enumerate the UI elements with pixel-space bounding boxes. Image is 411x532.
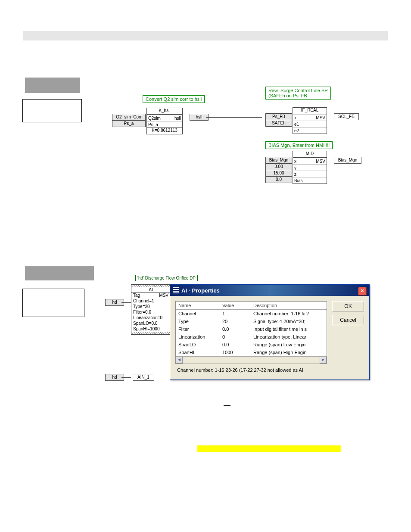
in-15: 15.00	[265, 170, 292, 177]
in-psfb: Ps_FB	[265, 113, 292, 120]
in-biasmgn: Bias_Mgn	[265, 157, 292, 164]
decor-box-2	[22, 289, 84, 317]
in-psa: Ps_a	[112, 120, 146, 127]
block-ai: AI TagMSV Channel=1 Type=20 Filter=0.0 L…	[131, 284, 171, 335]
decor-shadow-2	[25, 266, 94, 280]
k-value: K=0.8612113	[147, 128, 182, 134]
scroll-left-icon[interactable]: ◄	[176, 357, 183, 364]
cancel-button[interactable]: Cancel	[332, 315, 364, 325]
dialog-titlebar[interactable]: AI - Properties ×	[170, 285, 369, 296]
col-name: Name	[176, 302, 220, 310]
page-header-bar	[23, 31, 388, 40]
grid-row[interactable]: Filter0.0Input digital filter time in s	[176, 325, 327, 333]
col-desc: Description	[251, 302, 327, 310]
highlight-bar	[197, 445, 341, 452]
dialog-status: Channel number: 1-16 23-26 (17-22 27-32 …	[175, 364, 364, 374]
label-hd: 'hd' Discharge Flow Orifice DP	[135, 275, 198, 281]
grid-row[interactable]: SpanHI1000Range (span) High Engin	[176, 348, 327, 356]
ok-button[interactable]: OK	[332, 301, 364, 311]
decor-shadow-1	[25, 78, 80, 93]
in-q2sim: Q2_sim_Corr	[112, 114, 146, 121]
close-icon[interactable]: ×	[358, 287, 367, 296]
dialog-icon	[173, 287, 179, 293]
label-raw-surge: Raw Surge Control Line SP (SAFEh on Ps_F…	[265, 87, 331, 100]
wire-hsll	[206, 117, 262, 118]
out-ain1: AIN_1	[133, 374, 154, 381]
wire-hd2	[121, 377, 131, 378]
decor-box-1	[22, 99, 82, 122]
scroll-right-icon[interactable]: ►	[320, 357, 327, 364]
block-title: K_hsll	[147, 108, 182, 115]
in-0: 0.0	[265, 176, 292, 183]
grid-row[interactable]: SpanLO0.0Range (span) Low Engin	[176, 341, 327, 348]
dialog-title-text: AI - Properties	[181, 287, 220, 294]
in-safeh: SAFEh	[265, 120, 292, 127]
in-3: 3.00	[265, 163, 292, 170]
col-value: Value	[220, 302, 251, 310]
label-bias: BIAS Mgn, Enter from HMI !!!	[265, 141, 333, 149]
grid-row[interactable]: Linearization0Linearization type. Linear	[176, 333, 327, 341]
block-mid: MID xMSV y z Bias	[293, 151, 327, 184]
out-biasmgn: Bias_Mgn	[334, 157, 361, 164]
properties-grid: Name Value Description Channel1Channel n…	[175, 301, 327, 364]
block-if-real: IF_REAL xMSV e1 e2	[293, 107, 327, 134]
grid-row[interactable]: Type20Signal type: 4-20mA=20;	[176, 317, 327, 325]
wire-hd1	[121, 302, 131, 303]
dialog-ai-properties: AI - Properties × Name Value Description…	[170, 284, 370, 380]
block-k-hsll: K_hsll Q2simhsll Ps_a K=0.8612113	[146, 108, 183, 134]
label-convert: Convert Q2 sim corr to hsll	[143, 95, 205, 103]
out-sclfb: SCL_FB	[334, 113, 359, 120]
grid-row[interactable]: Channel1Channel number: 1-16 & 2	[176, 310, 327, 317]
h-scrollbar[interactable]: ◄►	[176, 356, 327, 364]
stray-dash: —	[224, 401, 230, 409]
